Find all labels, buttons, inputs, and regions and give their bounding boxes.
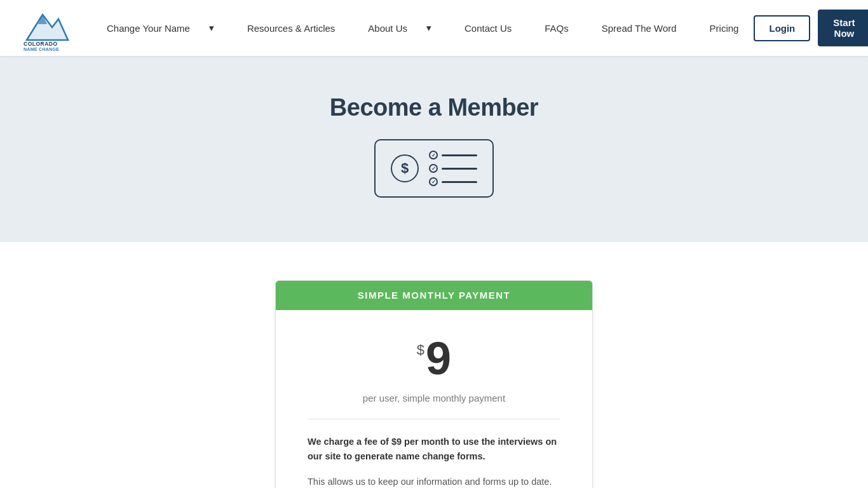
pricing-link[interactable]: Pricing bbox=[695, 13, 754, 44]
sidebar-item-resources[interactable]: Resources & Articles bbox=[232, 13, 350, 44]
change-your-name-link[interactable]: Change Your Name ▾ bbox=[92, 12, 229, 44]
dollar-icon: $ bbox=[391, 154, 419, 182]
check-bar bbox=[442, 168, 477, 170]
checklist-line-2 bbox=[429, 164, 477, 173]
contact-us-link[interactable]: Contact Us bbox=[449, 13, 527, 44]
chevron-down-icon: ▾ bbox=[419, 17, 439, 39]
logo-link[interactable]: COLORADO NAME CHANGE bbox=[20, 5, 71, 51]
faqs-link[interactable]: FAQs bbox=[529, 13, 584, 44]
chevron-down-icon: ▾ bbox=[201, 17, 222, 39]
nav-actions: Login Start Now bbox=[754, 10, 868, 46]
check-icon bbox=[429, 177, 438, 186]
svg-marker-1 bbox=[27, 15, 68, 40]
price-subtitle: per user, simple monthly payment bbox=[308, 393, 560, 419]
pricing-card-body: $ 9 per user, simple monthly payment We … bbox=[276, 310, 592, 488]
sidebar-item-spread-the-word[interactable]: Spread The Word bbox=[587, 13, 692, 44]
checklist-line-3 bbox=[429, 177, 477, 186]
page-title: Become a Member bbox=[330, 94, 538, 121]
pricing-description-2: This allows us to keep our information a… bbox=[308, 474, 560, 488]
start-now-button[interactable]: Start Now bbox=[818, 10, 868, 46]
sidebar-item-faqs[interactable]: FAQs bbox=[529, 13, 584, 44]
check-icon bbox=[429, 151, 438, 159]
checklist-icon bbox=[429, 151, 477, 186]
sidebar-item-change-your-name[interactable]: Change Your Name ▾ bbox=[92, 12, 229, 44]
svg-text:COLORADO: COLORADO bbox=[24, 41, 58, 47]
resources-link[interactable]: Resources & Articles bbox=[232, 13, 350, 44]
svg-text:NAME CHANGE: NAME CHANGE bbox=[24, 47, 59, 51]
about-us-link[interactable]: About Us ▾ bbox=[353, 12, 447, 44]
checklist-line-1 bbox=[429, 151, 477, 159]
price-symbol: $ bbox=[417, 342, 424, 358]
price-amount: 9 bbox=[426, 336, 451, 381]
login-button[interactable]: Login bbox=[754, 15, 810, 41]
pricing-description-bold: We charge a fee of $9 per month to use t… bbox=[308, 437, 557, 461]
sidebar-item-about-us[interactable]: About Us ▾ bbox=[353, 12, 447, 44]
pricing-section: SIMPLE MONTHLY PAYMENT $ 9 per user, sim… bbox=[0, 242, 868, 488]
pricing-icon-box: $ bbox=[374, 139, 494, 198]
sidebar-item-pricing[interactable]: Pricing bbox=[695, 13, 754, 44]
spread-link[interactable]: Spread The Word bbox=[587, 13, 692, 44]
check-icon bbox=[429, 164, 438, 173]
pricing-card: SIMPLE MONTHLY PAYMENT $ 9 per user, sim… bbox=[275, 280, 593, 488]
check-bar bbox=[442, 181, 477, 183]
pricing-card-header: SIMPLE MONTHLY PAYMENT bbox=[276, 281, 592, 310]
sidebar-item-contact-us[interactable]: Contact Us bbox=[449, 13, 527, 44]
nav-links: Change Your Name ▾ Resources & Articles … bbox=[92, 12, 754, 44]
pricing-header-label: SIMPLE MONTHLY PAYMENT bbox=[358, 290, 511, 301]
check-bar bbox=[442, 154, 477, 156]
main-nav: COLORADO NAME CHANGE Change Your Name ▾ … bbox=[0, 0, 868, 56]
pricing-description-1: We charge a fee of $9 per month to use t… bbox=[308, 435, 560, 464]
hero-section: Become a Member $ bbox=[0, 56, 868, 242]
price-display: $ 9 bbox=[308, 336, 560, 381]
